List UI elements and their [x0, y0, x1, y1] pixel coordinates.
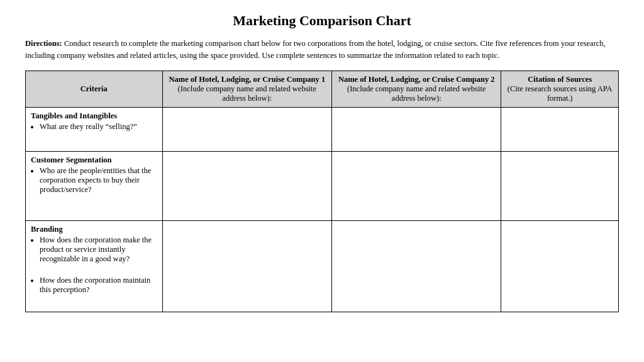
directions-label: Directions: — [25, 39, 62, 48]
criteria-bullets-1: What are they really “selling?” — [40, 122, 157, 132]
criteria-bullets-3b: How does the corporation maintain this p… — [40, 276, 157, 295]
criteria-bullet-1-0: What are they really “selling?” — [40, 122, 157, 132]
company2-cell-2[interactable] — [332, 151, 501, 220]
citation-cell-3[interactable] — [501, 220, 619, 312]
criteria-cell-2: Customer Segmentation Who are the people… — [26, 151, 163, 220]
company1-cell-3[interactable] — [162, 220, 331, 312]
citation-cell-2[interactable] — [501, 151, 619, 220]
criteria-bullet-2-0: Who are the people/entities that the cor… — [40, 166, 157, 195]
directions-text: Directions: Conduct research to complete… — [25, 38, 619, 62]
criteria-bold-2: Customer Segmentation — [31, 156, 112, 164]
company1-cell-1[interactable] — [162, 107, 331, 151]
criteria-cell-1: Tangibles and Intangibles What are they … — [26, 107, 163, 151]
header-company2: Name of Hotel, Lodging, or Cruise Compan… — [332, 71, 501, 107]
citation-cell-1[interactable] — [501, 107, 619, 151]
table-row: Branding How does the corporation make t… — [26, 220, 619, 312]
criteria-bullet-3-1: How does the corporation maintain this p… — [40, 276, 157, 295]
criteria-bold-3: Branding — [31, 225, 63, 234]
header-criteria: Criteria — [26, 71, 163, 107]
company2-cell-1[interactable] — [332, 107, 501, 151]
header-company1: Name of Hotel, Lodging, or Cruise Compan… — [162, 71, 331, 107]
company1-cell-2[interactable] — [162, 151, 331, 220]
header-citation: Citation of Sources (Cite research sourc… — [501, 71, 619, 107]
criteria-cell-3: Branding How does the corporation make t… — [26, 220, 163, 312]
table-row: Customer Segmentation Who are the people… — [26, 151, 619, 220]
table-row: Tangibles and Intangibles What are they … — [26, 107, 619, 151]
page-title: Marketing Comparison Chart — [25, 13, 619, 29]
criteria-bold-1: Tangibles and Intangibles — [31, 111, 117, 120]
comparison-table: Criteria Name of Hotel, Lodging, or Crui… — [25, 71, 619, 312]
criteria-bullets-2: Who are the people/entities that the cor… — [40, 166, 157, 195]
criteria-bullets-3: How does the corporation make the produc… — [40, 235, 157, 264]
company2-cell-3[interactable] — [332, 220, 501, 312]
directions-body: Conduct research to complete the marketi… — [25, 39, 606, 60]
criteria-bullet-3-0: How does the corporation make the produc… — [40, 235, 157, 264]
